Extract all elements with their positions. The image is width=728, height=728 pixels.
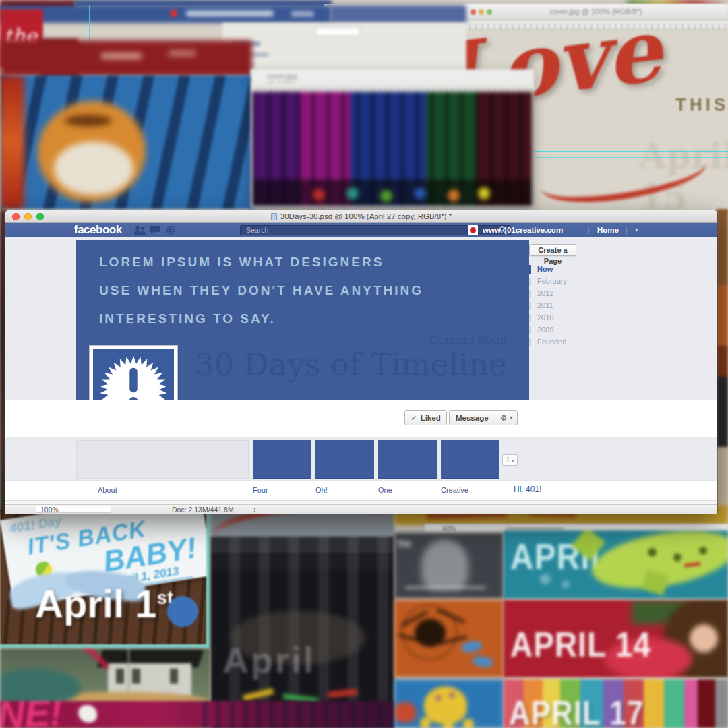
app-label-creative[interactable]: Creative xyxy=(441,486,468,494)
tiger-canvas xyxy=(0,75,255,209)
message-label[interactable]: Message xyxy=(450,414,495,422)
doc-size-readout: Doc: 2.13M/441.8M xyxy=(172,506,234,514)
document-icon xyxy=(271,213,277,220)
friend-requests-icon[interactable] xyxy=(133,226,146,235)
octopus-head xyxy=(424,686,467,724)
app-pager-dropdown[interactable]: 1 ▾ xyxy=(502,454,518,466)
shark-spot xyxy=(699,547,707,555)
cyan-guide-vertical xyxy=(89,5,90,42)
message-button[interactable]: Message ⚙ ▾ xyxy=(449,410,518,425)
pager-caret-icon: ▾ xyxy=(512,458,514,463)
profile-name-link[interactable]: www.401creative.com xyxy=(483,226,563,234)
timeline-tick xyxy=(529,290,531,298)
facebook-header: facebook Search www.401creative.com | Ho… xyxy=(5,223,717,237)
account-menu-caret-icon[interactable]: ▾ xyxy=(635,226,638,233)
app-label-oh[interactable]: Oh! xyxy=(315,486,328,494)
bubble xyxy=(562,580,570,588)
poster-april14: APRIL 14 xyxy=(504,600,728,677)
facebook-page-content: LOREM IPSUM IS WHAT DESIGNERS USE WHEN T… xyxy=(5,237,717,500)
browser-create-page-blob[interactable] xyxy=(315,27,360,36)
notifications-globe-icon[interactable] xyxy=(166,226,178,235)
greeting-underline xyxy=(514,497,682,497)
liked-button[interactable]: ✓ Liked xyxy=(404,410,447,425)
blue-badge xyxy=(167,596,198,627)
octopus-dot xyxy=(450,693,454,698)
pager-value: 1 xyxy=(506,456,510,464)
paint-dark-bottom xyxy=(252,179,533,206)
poster-april11: APRIL 11 xyxy=(504,530,728,599)
poster-dark-figure xyxy=(421,539,468,590)
paintbrush-dot xyxy=(313,189,325,201)
paintbrush-dot xyxy=(380,190,392,202)
mini-zoom-text[interactable]: 60% xyxy=(442,525,456,533)
browser-title-blob xyxy=(186,11,274,16)
app-label-four[interactable]: Four xyxy=(253,486,268,494)
gear-icon: ⚙ xyxy=(500,413,508,423)
magenta-band: NE! xyxy=(0,701,394,728)
octopus-dot xyxy=(436,696,441,700)
facebook-logo[interactable]: facebook xyxy=(74,223,122,237)
tiger-eye-stripe xyxy=(65,115,112,127)
app-tile-one[interactable] xyxy=(378,440,437,479)
main-titlebar[interactable]: 30Days-30.psd @ 100% (April 27 copy, RGB… xyxy=(5,210,717,223)
poster-spider xyxy=(394,600,504,677)
timeline-tick xyxy=(529,338,531,346)
shark-spot xyxy=(673,553,681,562)
april1-big-text: April 1st xyxy=(35,581,173,626)
create-page-button[interactable]: Create a Page xyxy=(529,244,576,256)
right-edge-strip xyxy=(717,209,728,514)
love-this-text: THIS! xyxy=(675,94,728,115)
window-title: 30Days-30.psd @ 100% (April 27 copy, RGB… xyxy=(5,212,717,220)
bubble xyxy=(540,574,551,584)
blue-shoe xyxy=(461,640,483,654)
poster-april17: APRIL 17 xyxy=(504,679,728,728)
browser-titlebar-light xyxy=(330,5,466,23)
cover-title-text: 30 Days of Timeline xyxy=(194,346,507,383)
blue-shoe xyxy=(472,655,493,668)
timeline-tick xyxy=(529,302,531,310)
octopus-tentacle xyxy=(420,717,431,728)
cover-text-line3: INTERESTING TO SAY. xyxy=(99,311,276,326)
messages-icon[interactable] xyxy=(150,226,162,235)
april-watermark-text: April xyxy=(222,639,315,681)
app-tile-creative[interactable] xyxy=(441,440,499,479)
paintbrush-dot xyxy=(346,187,359,200)
browser-titlebar[interactable] xyxy=(0,5,332,23)
timeline-tick xyxy=(529,265,531,274)
shark-spot xyxy=(648,548,657,557)
caret-down-icon: ▾ xyxy=(510,415,512,421)
app-label-one[interactable]: One xyxy=(378,486,392,494)
paint-splat xyxy=(78,705,97,723)
labels-row: About Four Oh! One Creative Hi. 401! xyxy=(5,480,717,500)
header-separator: | xyxy=(588,226,590,234)
timeline-tick xyxy=(529,326,531,334)
poster-dark-caption xyxy=(405,586,486,589)
april1-card: 401! Day IT'S BACK BABY! April 1, 2013 A… xyxy=(0,510,210,648)
poster-octopus xyxy=(394,679,504,728)
ps-paint-canvas xyxy=(252,92,533,206)
poster-dark: TH xyxy=(394,533,504,599)
app-tile-four[interactable] xyxy=(253,440,311,479)
band-texture xyxy=(202,701,394,728)
header-separator: | xyxy=(626,226,628,234)
cover-text-line2: USE WHEN THEY DON'T HAVE ANYTHING xyxy=(99,283,423,298)
red-band-mark xyxy=(101,53,142,59)
zoom-level[interactable]: 100% xyxy=(40,506,59,514)
poster-dark-text: TH xyxy=(397,538,411,549)
settings-segment[interactable]: ⚙ ▾ xyxy=(495,411,518,425)
cover-text-line1: LOREM IPSUM IS WHAT DESIGNERS xyxy=(99,255,384,270)
april17-text: APRIL 17 xyxy=(509,694,644,728)
profile-avatar[interactable] xyxy=(468,225,478,235)
status-chevron-icon[interactable]: › xyxy=(253,505,256,514)
photoshop-window-main: 30Days-30.psd @ 100% (April 27 copy, RGB… xyxy=(5,210,717,514)
about-link[interactable]: About xyxy=(98,486,117,494)
timeline-tick xyxy=(529,278,531,286)
timeline-tick xyxy=(529,314,531,322)
action-strip xyxy=(5,400,717,437)
check-icon: ✓ xyxy=(411,413,417,423)
tiger-muzzle xyxy=(54,142,133,195)
paintbrush-dot xyxy=(478,187,490,200)
home-link[interactable]: Home xyxy=(597,226,619,234)
greeting-link[interactable]: Hi. 401! xyxy=(514,485,541,494)
app-tile-oh[interactable] xyxy=(315,440,374,479)
